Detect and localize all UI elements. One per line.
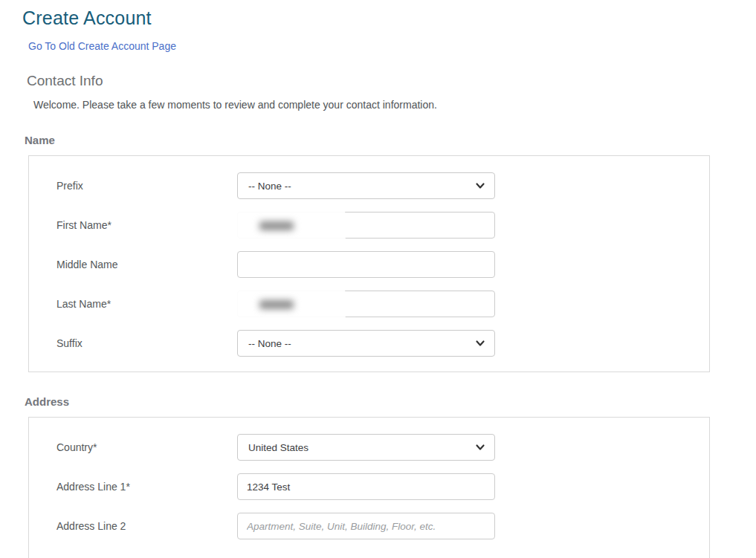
address-line-2-label: Address Line 2 xyxy=(56,520,237,532)
chevron-down-icon xyxy=(475,181,485,191)
country-label: Country* xyxy=(56,441,237,453)
contact-info-heading: Contact Info xyxy=(27,73,756,89)
address-fieldset: Country* United States Address Line 1* A… xyxy=(28,417,710,558)
page-title: Create Account xyxy=(22,7,756,29)
prefix-select-value: -- None -- xyxy=(248,181,291,192)
name-section-header: Name xyxy=(25,134,756,146)
form-row-suffix: Suffix -- None -- xyxy=(56,330,709,357)
form-row-address-line-2: Address Line 2 xyxy=(56,513,709,539)
chevron-down-icon xyxy=(475,338,485,348)
country-select[interactable]: United States xyxy=(237,434,495,461)
country-select-value: United States xyxy=(248,442,308,453)
first-name-label: First Name* xyxy=(56,219,237,231)
suffix-select-value: -- None -- xyxy=(248,338,291,349)
middle-name-input[interactable] xyxy=(237,251,495,278)
old-create-account-link[interactable]: Go To Old Create Account Page xyxy=(28,40,176,52)
address-line-2-input[interactable] xyxy=(237,513,495,539)
chevron-down-icon xyxy=(475,442,485,452)
prefix-label: Prefix xyxy=(56,180,237,192)
name-fieldset: Prefix -- None -- First Name* Middle Nam… xyxy=(28,155,710,372)
address-line-1-label: Address Line 1* xyxy=(56,481,237,493)
prefix-select[interactable]: -- None -- xyxy=(237,172,495,199)
form-row-address-line-1: Address Line 1* xyxy=(56,473,709,500)
welcome-message: Welcome. Please take a few moments to re… xyxy=(33,99,756,111)
suffix-label: Suffix xyxy=(56,337,237,349)
form-row-middle-name: Middle Name xyxy=(56,251,709,278)
last-name-input[interactable] xyxy=(237,291,495,317)
middle-name-label: Middle Name xyxy=(56,259,237,270)
address-line-1-input[interactable] xyxy=(237,473,495,500)
form-row-country: Country* United States xyxy=(56,434,709,461)
suffix-select[interactable]: -- None -- xyxy=(237,330,495,357)
last-name-label: Last Name* xyxy=(56,298,237,310)
form-row-prefix: Prefix -- None -- xyxy=(56,172,709,199)
form-row-first-name: First Name* xyxy=(56,212,709,239)
address-section-header: Address xyxy=(25,395,756,408)
form-row-last-name: Last Name* xyxy=(56,291,709,317)
first-name-input[interactable] xyxy=(237,212,495,239)
